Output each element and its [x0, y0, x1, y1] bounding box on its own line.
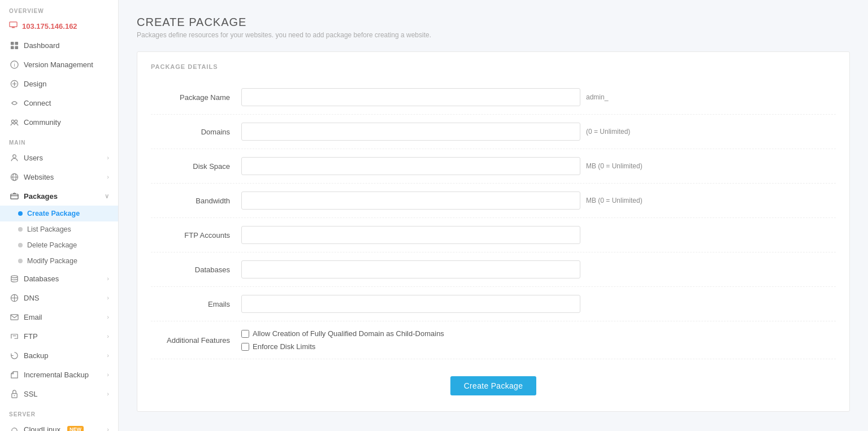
design-label: Design [24, 80, 46, 88]
create-package-button[interactable]: Create Package [450, 376, 537, 395]
svg-rect-2 [12, 27, 14, 27]
websites-icon [9, 172, 19, 182]
sidebar-item-websites[interactable]: Websites › [0, 167, 118, 186]
domains-hint: (0 = Unlimited) [586, 128, 630, 136]
ssl-chevron: › [107, 390, 109, 397]
databases-icon [9, 273, 19, 284]
databases-label: Databases [24, 275, 59, 283]
sidebar-item-dashboard[interactable]: Dashboard [0, 36, 118, 55]
main-content: CREATE PACKAGE Packages define resources… [119, 0, 868, 431]
server-ip[interactable]: 103.175.146.162 [0, 16, 118, 36]
databases-wrap [241, 260, 836, 278]
sidebar-item-cloudlinux[interactable]: CloudLinux NEW › [0, 420, 118, 431]
svg-point-12 [12, 154, 16, 158]
svg-rect-0 [10, 22, 17, 27]
additional-features-label: Additional Features [151, 336, 241, 345]
disk-space-input[interactable] [241, 157, 580, 175]
databases-field-row: Databases [151, 252, 836, 287]
incremental-backup-label: Incremental Backup [24, 371, 89, 379]
sidebar-submenu-modify-package[interactable]: Modify Package [0, 253, 118, 269]
package-name-input[interactable] [241, 88, 580, 106]
monitor-icon [9, 21, 18, 31]
domains-label: Domains [151, 128, 241, 136]
emails-wrap [241, 295, 836, 313]
sidebar-item-version-management[interactable]: i Version Management [0, 55, 118, 74]
design-icon [9, 79, 19, 89]
packages-chevron: ∨ [105, 193, 109, 200]
svg-rect-3 [10, 41, 14, 45]
svg-rect-21 [10, 314, 18, 319]
sidebar-item-community[interactable]: Community [0, 112, 118, 132]
ftp-accounts-input[interactable] [241, 226, 580, 244]
ftp-icon [9, 331, 19, 341]
additional-features-checkboxes: Allow Creation of Fully Qualified Domain… [241, 329, 444, 351]
package-details-card: PACKAGE DETAILS Package Name admin_ Doma… [137, 51, 850, 412]
sidebar-item-dns[interactable]: DNS › [0, 288, 118, 307]
bandwidth-wrap: MB (0 = Unlimited) [241, 191, 836, 210]
cloudlinux-badge: NEW [67, 426, 84, 431]
websites-label: Websites [24, 173, 54, 181]
bandwidth-label: Bandwidth [151, 197, 241, 205]
sidebar-submenu-list-packages[interactable]: List Packages [0, 221, 118, 237]
sidebar-item-incremental-backup[interactable]: Incremental Backup › [0, 365, 118, 384]
ftp-accounts-row: FTP Accounts [151, 218, 836, 252]
sidebar-item-ftp[interactable]: FTP › [0, 326, 118, 346]
checkbox2-input[interactable] [241, 343, 249, 351]
sidebar-item-connect[interactable]: Connect [0, 93, 118, 112]
sidebar-item-ssl[interactable]: SSL › [0, 384, 118, 403]
backup-icon [9, 350, 19, 360]
dns-chevron: › [107, 294, 109, 301]
additional-features-row: Additional Features Allow Creation of Fu… [151, 321, 836, 359]
emails-row: Emails [151, 287, 836, 321]
list-packages-label: List Packages [27, 225, 71, 233]
email-icon [9, 312, 19, 322]
users-label: Users [24, 154, 43, 162]
sidebar-item-databases[interactable]: Databases › [0, 269, 118, 288]
emails-input[interactable] [241, 295, 580, 313]
cloudlinux-icon [9, 424, 19, 431]
sidebar-item-packages[interactable]: Packages ∨ [0, 186, 118, 206]
svg-point-10 [11, 120, 14, 123]
community-icon [9, 117, 19, 127]
package-name-suffix: admin_ [586, 93, 608, 101]
overview-section-label: OVERVIEW [0, 0, 118, 16]
domains-input[interactable] [241, 123, 580, 141]
databases-field-label: Databases [151, 265, 241, 274]
checkbox1-input[interactable] [241, 330, 249, 338]
sidebar: OVERVIEW 103.175.146.162 Dashboard i Ver… [0, 0, 119, 431]
connect-icon [9, 98, 19, 108]
bandwidth-input[interactable] [241, 191, 580, 210]
incremental-backup-chevron: › [107, 371, 109, 378]
emails-label: Emails [151, 300, 241, 308]
checkbox1-label[interactable]: Allow Creation of Fully Qualified Domain… [241, 329, 444, 338]
domains-wrap: (0 = Unlimited) [241, 123, 836, 141]
sidebar-item-design[interactable]: Design [0, 74, 118, 93]
ssl-label: SSL [24, 390, 38, 398]
users-icon [9, 153, 19, 163]
svg-rect-6 [15, 46, 18, 49]
delete-package-dot [18, 243, 23, 247]
page-title: CREATE PACKAGE [137, 16, 850, 29]
sidebar-submenu-create-package[interactable]: Create Package [0, 206, 118, 221]
additional-features-wrap: Allow Creation of Fully Qualified Domain… [241, 329, 836, 351]
modify-package-dot [18, 259, 23, 263]
sidebar-item-backup[interactable]: Backup › [0, 346, 118, 365]
page-subtitle: Packages define resources for your websi… [137, 31, 850, 39]
databases-input[interactable] [241, 260, 580, 278]
websites-chevron: › [107, 173, 109, 180]
info-icon: i [9, 59, 19, 69]
sidebar-item-users[interactable]: Users › [0, 148, 118, 167]
dashboard-label: Dashboard [24, 41, 60, 50]
cloudlinux-label: CloudLinux [24, 425, 60, 432]
sidebar-submenu-delete-package[interactable]: Delete Package [0, 237, 118, 253]
ftp-label: FTP [24, 332, 38, 341]
backup-chevron: › [107, 352, 109, 359]
checkbox2-label[interactable]: Enforce Disk Limits [241, 342, 444, 351]
package-name-label: Package Name [151, 93, 241, 102]
sidebar-item-email[interactable]: Email › [0, 307, 118, 326]
svg-text:i: i [14, 62, 15, 68]
disk-space-hint: MB (0 = Unlimited) [586, 162, 643, 170]
version-management-label: Version Management [24, 60, 93, 69]
svg-point-23 [14, 395, 15, 396]
server-section-label: SERVER [0, 403, 118, 420]
